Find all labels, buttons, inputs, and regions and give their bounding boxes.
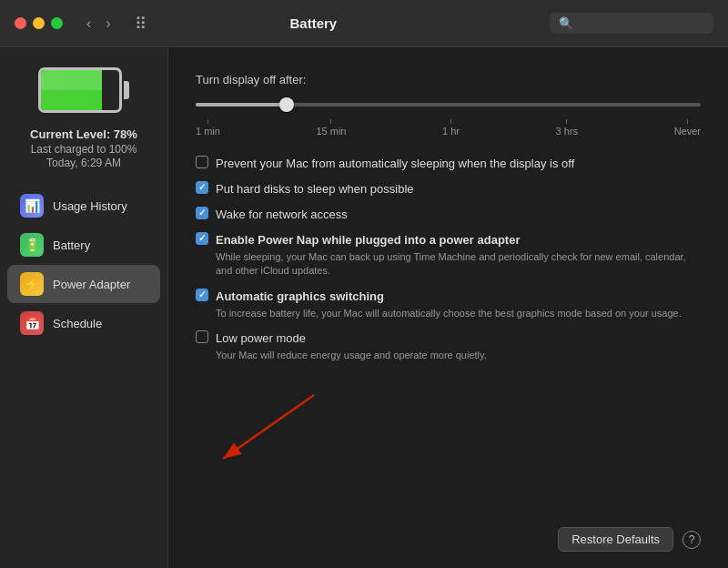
option-hard-disks: ✓ Put hard disks to sleep when possible xyxy=(196,180,701,197)
usage-history-icon: 📊 xyxy=(20,194,44,218)
svg-line-1 xyxy=(223,395,314,459)
option-power-nap: ✓ Enable Power Nap while plugged into a … xyxy=(196,231,701,279)
option-auto-graphics-desc: To increase battery life, your Mac will … xyxy=(216,307,701,320)
checkbox-prevent-sleep[interactable] xyxy=(196,156,208,168)
slider-thumb[interactable] xyxy=(279,97,294,112)
option-low-power-text: Low power mode Your Mac will reduce ener… xyxy=(216,330,701,362)
bottom-bar: Restore Defaults ? xyxy=(558,527,701,552)
sidebar-nav: 📊 Usage History 🔋 Battery ⚡ Power Adapte… xyxy=(0,186,167,343)
checkbox-low-power[interactable] xyxy=(196,330,208,343)
option-auto-graphics: ✓ Automatic graphics switching To increa… xyxy=(196,288,701,320)
battery-icon xyxy=(38,66,129,115)
battery-nav-icon: 🔋 xyxy=(20,233,44,257)
option-power-nap-text: Enable Power Nap while plugged into a po… xyxy=(216,231,701,279)
titlebar: ‹ › ⠿ Battery 🔍 xyxy=(0,0,728,47)
checkbox-power-nap[interactable]: ✓ xyxy=(196,232,208,245)
slider-track-area[interactable] xyxy=(196,96,701,114)
option-wake-network-text: Wake for network access xyxy=(216,206,701,222)
option-wake-network: ✓ Wake for network access xyxy=(196,206,701,222)
option-low-power-desc: Your Mac will reduce energy usage and op… xyxy=(216,349,701,362)
slider-label: Turn display off after: xyxy=(196,73,701,86)
main-layout: Current Level: 78% Last charged to 100% … xyxy=(0,47,728,568)
option-prevent-sleep-text: Prevent your Mac from automatically slee… xyxy=(216,155,701,171)
slider-ticks: 1 min 15 min 1 hr 3 hrs Never xyxy=(196,119,701,137)
sidebar-item-power-adapter[interactable]: ⚡ Power Adapter xyxy=(7,265,160,303)
restore-defaults-button[interactable]: Restore Defaults xyxy=(558,527,673,552)
sidebar: Current Level: 78% Last charged to 100% … xyxy=(0,47,168,568)
maximize-button[interactable] xyxy=(51,17,63,29)
sidebar-item-schedule-label: Schedule xyxy=(53,317,102,330)
checkmark-icon: ✓ xyxy=(198,208,206,218)
sidebar-item-battery[interactable]: 🔋 Battery xyxy=(7,226,160,264)
page-title: Battery xyxy=(88,15,539,31)
option-prevent-sleep-label: Prevent your Mac from automatically slee… xyxy=(216,157,574,170)
sidebar-item-battery-label: Battery xyxy=(53,238,90,252)
checkmark-icon: ✓ xyxy=(198,234,206,243)
search-input[interactable] xyxy=(579,16,706,30)
search-box[interactable]: 🔍 xyxy=(550,13,713,34)
traffic-lights xyxy=(15,17,63,29)
display-sleep-slider-section: Turn display off after: 1 min 15 min xyxy=(196,73,701,137)
option-auto-graphics-label: Automatic graphics switching xyxy=(216,289,384,303)
battery-level-label: Current Level: 78% xyxy=(30,127,137,141)
option-low-power-label: Low power mode xyxy=(216,331,306,345)
checkmark-icon: ✓ xyxy=(198,183,206,192)
sidebar-item-schedule[interactable]: 📅 Schedule xyxy=(7,304,160,342)
power-adapter-icon: ⚡ xyxy=(20,272,44,296)
tick-15min: 15 min xyxy=(316,119,346,137)
slider-filled xyxy=(196,103,287,106)
option-low-power: Low power mode Your Mac will reduce ener… xyxy=(196,330,701,362)
content-panel: Turn display off after: 1 min 15 min xyxy=(168,47,728,568)
minimize-button[interactable] xyxy=(33,17,45,29)
sidebar-item-usage-history-label: Usage History xyxy=(53,199,127,213)
tick-1min: 1 min xyxy=(196,119,220,137)
schedule-icon: 📅 xyxy=(20,311,44,335)
sidebar-item-power-adapter-label: Power Adapter xyxy=(53,278,130,291)
option-wake-network-label: Wake for network access xyxy=(216,208,348,221)
close-button[interactable] xyxy=(15,17,26,29)
search-icon: 🔍 xyxy=(559,16,573,30)
tick-1hr: 1 hr xyxy=(442,119,460,137)
annotation-arrow xyxy=(196,386,378,495)
options-list: Prevent your Mac from automatically slee… xyxy=(196,155,701,363)
checkbox-hard-disks[interactable]: ✓ xyxy=(196,181,208,194)
option-prevent-sleep: Prevent your Mac from automatically slee… xyxy=(196,155,701,171)
option-hard-disks-label: Put hard disks to sleep when possible xyxy=(216,182,414,196)
sidebar-item-usage-history[interactable]: 📊 Usage History xyxy=(7,187,160,225)
battery-charged-label: Last charged to 100% xyxy=(31,143,137,156)
help-button[interactable]: ? xyxy=(682,531,701,549)
tick-never: Never xyxy=(674,119,701,137)
battery-time-label: Today, 6:29 AM xyxy=(46,157,121,169)
option-power-nap-label: Enable Power Nap while plugged into a po… xyxy=(216,233,520,247)
checkbox-auto-graphics[interactable]: ✓ xyxy=(196,289,208,301)
option-auto-graphics-text: Automatic graphics switching To increase… xyxy=(216,288,701,320)
option-power-nap-desc: While sleeping, your Mac can back up usi… xyxy=(216,250,701,279)
tick-3hrs: 3 hrs xyxy=(556,119,578,137)
checkbox-wake-network[interactable]: ✓ xyxy=(196,207,208,219)
checkmark-icon: ✓ xyxy=(198,290,206,299)
option-hard-disks-text: Put hard disks to sleep when possible xyxy=(216,180,701,197)
slider-track xyxy=(196,103,701,106)
